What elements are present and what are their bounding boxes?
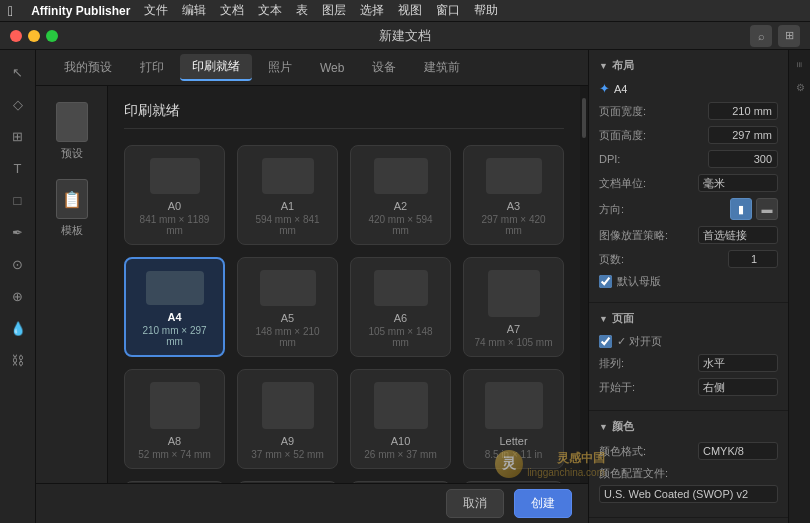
scroll-thumb[interactable] bbox=[582, 98, 586, 138]
tab-print-ready[interactable]: 印刷就绪 bbox=[180, 54, 252, 81]
dpi-row: DPI: bbox=[599, 150, 778, 168]
minimize-button[interactable] bbox=[28, 30, 40, 42]
right-icon-bar: ≡ ⚙ bbox=[788, 50, 810, 523]
orientation-buttons: ▮ ▬ bbox=[730, 198, 778, 220]
facing-pages-checkbox[interactable] bbox=[599, 335, 612, 348]
preset-icon: ✦ bbox=[599, 81, 610, 96]
menu-layer[interactable]: 图层 bbox=[322, 2, 346, 19]
color-section-header: ▼ 颜色 bbox=[599, 419, 778, 434]
menu-file[interactable]: 文件 bbox=[144, 2, 168, 19]
height-input[interactable] bbox=[708, 126, 778, 144]
center-panel: 我的预设 打印 印刷就绪 照片 Web 设备 建筑前 预设 bbox=[36, 50, 588, 523]
paper-card-a3[interactable]: A3 297 mm × 420 mm bbox=[463, 145, 564, 245]
a8-shape bbox=[150, 382, 200, 429]
sub-sidebar-template[interactable]: 📋 模板 bbox=[42, 173, 102, 244]
paper-card-a6[interactable]: A6 105 mm × 148 mm bbox=[350, 257, 451, 357]
tool-pen[interactable]: ✒ bbox=[4, 218, 32, 246]
tool-move[interactable]: ↖ bbox=[4, 58, 32, 86]
menu-text[interactable]: 文本 bbox=[258, 2, 282, 19]
toolbar-search-icon[interactable]: ⌕ bbox=[750, 25, 772, 47]
menu-select[interactable]: 选择 bbox=[360, 2, 384, 19]
maximize-button[interactable] bbox=[46, 30, 58, 42]
menu-edit[interactable]: 编辑 bbox=[182, 2, 206, 19]
apple-menu[interactable]:  bbox=[8, 3, 13, 19]
menu-document[interactable]: 文档 bbox=[220, 2, 244, 19]
menu-window[interactable]: 窗口 bbox=[436, 2, 460, 19]
tab-device[interactable]: 设备 bbox=[360, 55, 408, 80]
tab-web[interactable]: Web bbox=[308, 57, 356, 79]
tab-photo[interactable]: 照片 bbox=[256, 55, 304, 80]
tabs-nav: 我的预设 打印 印刷就绪 照片 Web 设备 建筑前 bbox=[36, 50, 588, 86]
sub-sidebar: 预设 📋 模板 bbox=[36, 86, 108, 483]
tool-text[interactable]: T bbox=[4, 154, 32, 182]
doc-area: 印刷就绪 A0 841 mm × 1189 mm A1 bbox=[108, 86, 580, 483]
tab-preset[interactable]: 我的预设 bbox=[52, 55, 124, 80]
a7-label: A7 bbox=[507, 323, 520, 335]
color-format-select[interactable]: CMYK/8 RGB/8 bbox=[698, 442, 778, 460]
width-input[interactable] bbox=[708, 102, 778, 120]
menu-table[interactable]: 表 bbox=[296, 2, 308, 19]
paper-card-a9[interactable]: A9 37 mm × 52 mm bbox=[237, 369, 338, 469]
paper-card-a1[interactable]: A1 594 mm × 841 mm bbox=[237, 145, 338, 245]
tab-print[interactable]: 打印 bbox=[128, 55, 176, 80]
menu-help[interactable]: 帮助 bbox=[474, 2, 498, 19]
start-on-select[interactable]: 右侧 左侧 bbox=[698, 378, 778, 396]
a10-label: A10 bbox=[391, 435, 411, 447]
facing-pages-label: ✓ 对开页 bbox=[617, 334, 662, 349]
default-master-checkbox[interactable] bbox=[599, 275, 612, 288]
color-format-label: 颜色格式: bbox=[599, 444, 646, 459]
paper-card-a4[interactable]: A4 210 mm × 297 mm bbox=[124, 257, 225, 357]
tool-paint[interactable]: ⊙ bbox=[4, 250, 32, 278]
tool-link[interactable]: ⛓ bbox=[4, 346, 32, 374]
toolbar-expand-icon[interactable]: ⊞ bbox=[778, 25, 800, 47]
paper-card-a0[interactable]: A0 841 mm × 1189 mm bbox=[124, 145, 225, 245]
doc-unit-select[interactable]: 毫米 像素 英寸 bbox=[698, 174, 778, 192]
image-placement-label: 图像放置策略: bbox=[599, 228, 668, 243]
sub-sidebar-preset[interactable]: 预设 bbox=[42, 96, 102, 167]
right-icon-2[interactable]: ⚙ bbox=[792, 78, 807, 97]
tool-eyedrop[interactable]: 💧 bbox=[4, 314, 32, 342]
a2-size: 420 mm × 594 mm bbox=[359, 214, 442, 236]
portrait-icon: ▮ bbox=[738, 203, 744, 216]
image-placement-select[interactable]: 首选链接 嵌入 bbox=[698, 226, 778, 244]
paper-card-letter[interactable]: Letter 8.5 in × 11 in bbox=[463, 369, 564, 469]
scroll-indicator bbox=[580, 86, 588, 483]
tool-zoom[interactable]: ⊕ bbox=[4, 282, 32, 310]
right-panel: ▼ 布局 ✦ A4 页面宽度: 页面高度: DPI: bbox=[588, 50, 788, 523]
a5-size: 148 mm × 210 mm bbox=[246, 326, 329, 348]
paper-card-a10[interactable]: A10 26 mm × 37 mm bbox=[350, 369, 451, 469]
landscape-button[interactable]: ▬ bbox=[756, 198, 778, 220]
menu-view[interactable]: 视图 bbox=[398, 2, 422, 19]
a9-shape bbox=[262, 382, 314, 429]
create-button[interactable]: 创建 bbox=[514, 489, 572, 518]
paper-card-a8[interactable]: A8 52 mm × 74 mm bbox=[124, 369, 225, 469]
a10-shape bbox=[374, 382, 428, 429]
start-on-label: 开始于: bbox=[599, 380, 635, 395]
pages-input[interactable] bbox=[728, 250, 778, 268]
close-button[interactable] bbox=[10, 30, 22, 42]
preset-thumbnail bbox=[56, 102, 88, 142]
landscape-icon: ▬ bbox=[762, 203, 773, 215]
paper-card-a2[interactable]: A2 420 mm × 594 mm bbox=[350, 145, 451, 245]
color-format-row: 颜色格式: CMYK/8 RGB/8 bbox=[599, 442, 778, 460]
right-icon-1[interactable]: ≡ bbox=[792, 58, 807, 72]
tool-shape[interactable]: □ bbox=[4, 186, 32, 214]
menu-bar:  Affinity Publisher 文件 编辑 文档 文本 表 图层 选择… bbox=[0, 0, 810, 22]
a8-size: 52 mm × 74 mm bbox=[138, 449, 211, 460]
a4-shape bbox=[146, 271, 204, 305]
cancel-button[interactable]: 取消 bbox=[446, 489, 504, 518]
tab-build[interactable]: 建筑前 bbox=[412, 55, 472, 80]
tool-crop[interactable]: ⊞ bbox=[4, 122, 32, 150]
layout-section: ▼ 布局 ✦ A4 页面宽度: 页面高度: DPI: bbox=[589, 50, 788, 303]
dpi-input[interactable] bbox=[708, 150, 778, 168]
start-on-row: 开始于: 右侧 左侧 bbox=[599, 378, 778, 396]
paper-card-a5[interactable]: A5 148 mm × 210 mm bbox=[237, 257, 338, 357]
a3-label: A3 bbox=[507, 200, 520, 212]
portrait-button[interactable]: ▮ bbox=[730, 198, 752, 220]
app-name: Affinity Publisher bbox=[31, 4, 130, 18]
preset-row: ✦ A4 bbox=[599, 81, 778, 96]
tool-node[interactable]: ◇ bbox=[4, 90, 32, 118]
layout-type-select[interactable]: 水平 垂直 bbox=[698, 354, 778, 372]
color-profile-select[interactable]: U.S. Web Coated (SWOP) v2 bbox=[599, 485, 778, 503]
paper-card-a7[interactable]: A7 74 mm × 105 mm bbox=[463, 257, 564, 357]
